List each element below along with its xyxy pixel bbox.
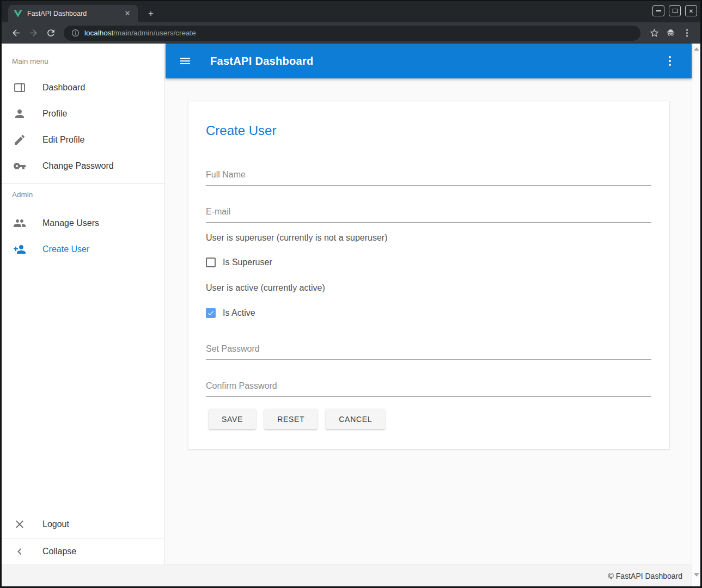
appbar-kebab-icon[interactable]: [663, 54, 676, 68]
maximize-button[interactable]: [669, 5, 681, 16]
confirm-password-field-wrap: [206, 380, 651, 397]
sidebar-item-collapse[interactable]: Collapse: [2, 538, 164, 564]
checkbox-label[interactable]: Is Active: [223, 308, 255, 318]
email-input[interactable]: [206, 206, 651, 223]
superuser-hint: User is superuser (currently is not a su…: [206, 233, 387, 243]
new-tab-button[interactable]: +: [144, 8, 157, 21]
sidebar-item-change-password[interactable]: Change Password: [2, 153, 164, 179]
scrollbar-up-icon[interactable]: [694, 47, 699, 51]
browser-menu-icon[interactable]: [679, 25, 695, 41]
footer: © FastAPI Dashboard: [2, 565, 692, 586]
window-controls: ✕: [652, 5, 697, 16]
form-actions: SAVE RESET CANCEL: [209, 409, 385, 429]
tab-title: FastAPI Dashboard: [27, 10, 123, 17]
reset-button[interactable]: RESET: [264, 409, 318, 429]
close-icon: [13, 518, 26, 531]
person-add-icon: [13, 243, 26, 256]
checkbox-label[interactable]: Is Superuser: [223, 258, 272, 267]
sidebar-item-label: Logout: [42, 519, 69, 529]
set-password-input[interactable]: [206, 343, 651, 360]
sidebar-item-dashboard[interactable]: Dashboard: [2, 75, 164, 101]
reload-icon[interactable]: [42, 24, 59, 42]
sidebar-item-manage-users[interactable]: Manage Users: [2, 210, 164, 236]
page-viewport: Main menu Dashboard Profile Edit Profile: [2, 44, 700, 586]
save-button[interactable]: SAVE: [209, 409, 256, 429]
full-name-field-wrap: [206, 169, 651, 186]
sidebar: Main menu Dashboard Profile Edit Profile: [2, 44, 165, 565]
sidebar-item-label: Manage Users: [42, 218, 99, 228]
url-path: /main/admin/users/create: [113, 29, 196, 37]
sidebar-section-main-menu: Main menu: [12, 57, 48, 65]
incognito-icon: [662, 25, 679, 41]
chevron-left-icon: [13, 545, 26, 558]
sidebar-section-admin: Admin: [12, 191, 33, 199]
sidebar-item-logout[interactable]: Logout: [2, 511, 164, 537]
divider: [2, 183, 164, 184]
url-host: localhost: [84, 29, 113, 37]
menu-icon[interactable]: [179, 54, 192, 68]
bookmark-star-icon[interactable]: [646, 25, 662, 41]
sidebar-item-edit-profile[interactable]: Edit Profile: [2, 127, 164, 153]
sidebar-item-profile[interactable]: Profile: [2, 101, 164, 127]
forward-icon[interactable]: [25, 24, 42, 42]
browser-toolbar: localhost/main/admin/users/create: [2, 22, 700, 44]
sidebar-item-label: Collapse: [42, 547, 76, 556]
tab-close-icon[interactable]: ✕: [123, 9, 132, 19]
appbar: FastAPI Dashboard: [166, 44, 692, 78]
email-field-wrap: [206, 206, 651, 223]
create-user-card: Create User User is superuser (currently…: [188, 101, 670, 450]
scrollbar-down-icon[interactable]: [694, 573, 699, 577]
page-title: Create User: [206, 123, 276, 138]
sidebar-item-label: Edit Profile: [42, 135, 84, 145]
dashboard-icon: [13, 81, 26, 94]
site-info-icon[interactable]: [71, 29, 80, 37]
window-close-button[interactable]: ✕: [685, 5, 697, 16]
key-icon: [13, 160, 26, 173]
pencil-icon: [13, 133, 26, 146]
confirm-password-input[interactable]: [206, 380, 651, 397]
active-checkbox-row: Is Active: [206, 308, 255, 318]
scrollbar-track[interactable]: [692, 44, 700, 586]
back-icon[interactable]: [7, 24, 25, 42]
minimize-button[interactable]: [652, 5, 664, 16]
superuser-checkbox-row: Is Superuser: [206, 257, 272, 268]
sidebar-item-label: Create User: [42, 244, 89, 254]
sidebar-item-label: Change Password: [42, 161, 114, 171]
vue-logo-icon: [14, 9, 22, 18]
browser-titlebar: FastAPI Dashboard ✕ + ✕: [2, 1, 700, 22]
url-bar[interactable]: localhost/main/admin/users/create: [64, 26, 640, 41]
main-area: FastAPI Dashboard Create User User is su…: [166, 44, 692, 565]
full-name-input[interactable]: [206, 169, 651, 186]
browser-window: FastAPI Dashboard ✕ + ✕ localhost/main/a…: [0, 0, 702, 588]
sidebar-item-label: Profile: [42, 109, 67, 119]
sidebar-item-label: Dashboard: [42, 83, 85, 93]
check-icon: [207, 309, 215, 317]
active-hint: User is active (currently active): [206, 283, 325, 293]
set-password-field-wrap: [206, 343, 651, 360]
cancel-button[interactable]: CANCEL: [326, 409, 385, 429]
appbar-title: FastAPI Dashboard: [210, 55, 314, 68]
is-active-checkbox[interactable]: [206, 308, 216, 318]
browser-tab[interactable]: FastAPI Dashboard ✕: [8, 5, 138, 22]
person-icon: [13, 107, 26, 120]
sidebar-item-create-user[interactable]: Create User: [2, 236, 164, 262]
is-superuser-checkbox[interactable]: [206, 258, 216, 267]
people-icon: [13, 217, 26, 230]
footer-copyright: © FastAPI Dashboard: [608, 572, 682, 580]
